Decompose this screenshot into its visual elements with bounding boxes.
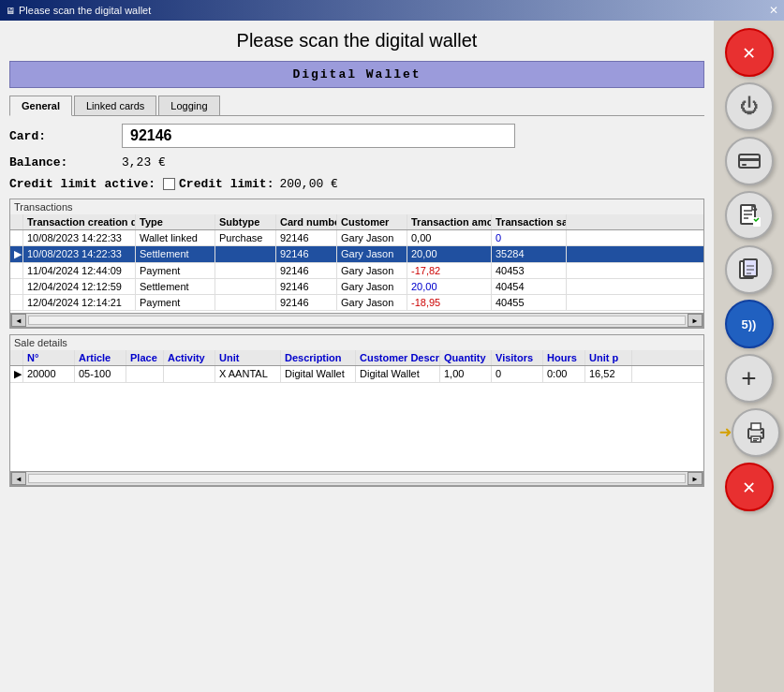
th-type: Type [136, 214, 215, 229]
svg-point-12 [761, 432, 762, 434]
th-customer: Customer [337, 214, 407, 229]
close-red-button[interactable]: ✕ [725, 28, 774, 77]
table-row[interactable]: ▶ 10/08/2023 14:22:33 Settlement 92146 G… [10, 246, 703, 263]
power-button[interactable]: ⏻ [725, 82, 774, 131]
card-button[interactable] [725, 137, 774, 185]
dialog-title: Please scan the digital wallet [9, 30, 704, 52]
dialog-area: Please scan the digital wallet Digital W… [0, 21, 714, 692]
table-row[interactable]: ▶ 20000 05-100 X AANTAL Digital Wallet D… [10, 366, 703, 383]
table-row[interactable]: 10/08/2023 14:22:33 Wallet linked Purcha… [10, 230, 703, 246]
sale-details-header: N° Article Place Activity Unit Descripti… [10, 350, 703, 366]
transactions-section: Transactions Transaction creation d... ▲… [9, 199, 704, 329]
credit-limit-value: 200,00 € [279, 177, 337, 191]
th-salesn: Transaction sales n° [492, 214, 567, 229]
card-row: Card: 92146 [9, 124, 704, 148]
print-button-container: ➜ [717, 408, 780, 457]
scroll-right-btn[interactable]: ▶ [688, 314, 703, 327]
cancel-red-button[interactable]: ✕ [725, 463, 774, 511]
svg-rect-4 [753, 217, 761, 227]
transactions-scrollbar[interactable]: ◀ ▶ [10, 313, 703, 328]
sd-scroll-right-btn[interactable]: ▶ [688, 472, 703, 485]
tab-general[interactable]: General [9, 96, 72, 116]
table-row[interactable]: 12/04/2024 12:14:21 Payment 92146 Gary J… [10, 295, 703, 311]
side-toolbar: ✕ ⏻ [714, 21, 784, 692]
print-button[interactable] [732, 408, 780, 457]
tab-bar: General Linked cards Logging [9, 96, 704, 116]
tab-logging[interactable]: Logging [158, 96, 219, 115]
wallet-header: Digital Wallet [9, 61, 704, 88]
balance-value: 3,23 € [122, 155, 166, 169]
transactions-label: Transactions [10, 199, 703, 214]
credit-limit-checkbox[interactable] [163, 178, 175, 190]
th-subtype: Subtype [215, 214, 276, 229]
title-bar-icon: 🖥 [6, 6, 15, 16]
svg-rect-2 [742, 164, 747, 166]
credit-limit-label: Credit limit: [179, 177, 274, 191]
th-arrow [10, 214, 23, 229]
svg-rect-10 [753, 438, 759, 440]
credit-limit-active-label: Credit limit active: [9, 177, 155, 191]
sd-scroll-left-btn[interactable]: ◀ [11, 472, 26, 485]
card-label: Card: [9, 129, 122, 143]
sd-scroll-track[interactable] [28, 474, 686, 483]
card-value: 92146 [122, 124, 515, 148]
sale-details-scrollbar[interactable]: ◀ ▶ [10, 471, 703, 486]
copy-button[interactable] [725, 245, 774, 294]
transactions-header: Transaction creation d... ▲ Type Subtype… [10, 214, 703, 230]
th-amount: Transaction amount [407, 214, 492, 229]
title-bar-text: Please scan the digital wallet [19, 5, 151, 16]
sale-details-label: Sale details [10, 335, 703, 350]
tab-linked-cards[interactable]: Linked cards [74, 96, 156, 115]
title-bar: 🖥 Please scan the digital wallet ✕ [0, 0, 784, 21]
print-arrow-indicator: ➜ [719, 420, 732, 446]
th-datetime: Transaction creation d... ▲ [23, 214, 136, 229]
svg-rect-1 [739, 158, 760, 161]
scroll-left-btn[interactable]: ◀ [11, 314, 26, 327]
th-cardnum: Card number [276, 214, 337, 229]
sale-details-body: ▶ 20000 05-100 X AANTAL Digital Wallet D… [10, 366, 703, 422]
svg-rect-8 [751, 423, 761, 430]
balance-row: Balance: 3,23 € [9, 155, 704, 169]
add-button[interactable]: + [725, 354, 774, 403]
nfc-button[interactable]: 5)) [725, 300, 774, 348]
title-bar-close-button[interactable]: ✕ [769, 4, 778, 17]
sale-details-empty [10, 422, 703, 469]
document-button[interactable] [725, 191, 774, 240]
transactions-body: 10/08/2023 14:22:33 Wallet linked Purcha… [10, 230, 703, 311]
sale-details-section: Sale details N° Article Place Activity U… [9, 334, 704, 487]
balance-label: Balance: [9, 155, 122, 169]
scroll-track[interactable] [28, 316, 686, 325]
table-row[interactable]: 12/04/2024 12:12:59 Settlement 92146 Gar… [10, 279, 703, 295]
svg-rect-11 [753, 440, 757, 442]
table-row[interactable]: 11/04/2024 12:44:09 Payment 92146 Gary J… [10, 263, 703, 279]
credit-limit-row: Credit limit active: Credit limit: 200,0… [9, 177, 704, 191]
